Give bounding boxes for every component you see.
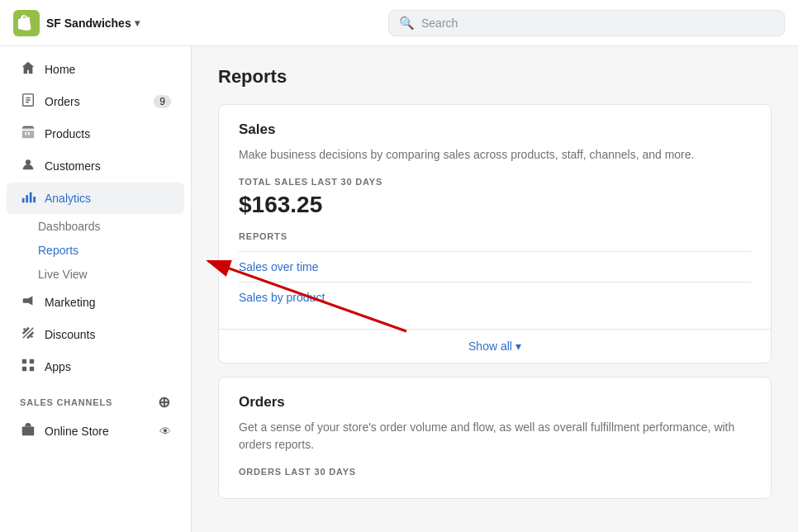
- sidebar-orders-label: Orders: [45, 95, 80, 108]
- svg-rect-8: [22, 359, 26, 363]
- sidebar-sub-reports[interactable]: Reports: [38, 239, 184, 262]
- topbar: SF Sandwiches ▾ 🔍 Search: [0, 0, 798, 46]
- products-icon: [20, 125, 36, 143]
- svg-rect-12: [22, 426, 34, 435]
- orders-card-desc: Get a sense of your store's order volume…: [239, 419, 751, 454]
- sidebar-customers-label: Customers: [45, 159, 101, 173]
- orders-card: Orders Get a sense of your store's order…: [218, 377, 772, 499]
- online-store-eye-icon[interactable]: 👁: [159, 425, 171, 437]
- sales-channels-label: SALES CHANNELS: [20, 397, 112, 407]
- svg-rect-5: [33, 197, 36, 202]
- orders-badge: 9: [154, 95, 171, 108]
- sidebar-products-label: Products: [45, 127, 90, 140]
- show-all-row: Show all ▾: [219, 329, 771, 363]
- orders-card-body: Orders Get a sense of your store's order…: [219, 378, 771, 498]
- sidebar-live-view-label: Live View: [38, 268, 88, 281]
- orders-icon: [20, 93, 36, 111]
- sidebar-online-store-label: Online Store: [45, 425, 109, 438]
- svg-point-1: [26, 159, 31, 164]
- sidebar-sub-dashboards[interactable]: Dashboards: [38, 215, 184, 238]
- marketing-icon: [20, 293, 36, 311]
- total-sales-label: TOTAL SALES LAST 30 DAYS: [239, 177, 751, 187]
- store-name-text: SF Sandwiches: [46, 17, 131, 30]
- svg-rect-3: [26, 195, 28, 202]
- total-sales-value: $163.25: [239, 192, 751, 218]
- page-title: Reports: [218, 66, 772, 88]
- sidebar-item-apps[interactable]: Apps: [7, 351, 184, 382]
- apps-icon: [20, 358, 36, 376]
- store-chevron-icon: ▾: [135, 17, 140, 29]
- store-logo[interactable]: SF Sandwiches ▾: [13, 10, 140, 36]
- sidebar-analytics-submenu: Dashboards Reports Live View: [0, 215, 191, 286]
- online-store-icon: [20, 422, 36, 440]
- show-all-chevron-icon: ▾: [515, 340, 521, 353]
- sidebar-reports-label: Reports: [38, 244, 78, 257]
- sidebar-item-discounts[interactable]: Discounts: [7, 319, 184, 350]
- sidebar: Home Orders 9 Products: [0, 46, 192, 532]
- add-sales-channel-button[interactable]: ⊕: [158, 393, 171, 411]
- sales-card: Sales Make business decisions by compari…: [218, 104, 772, 363]
- sidebar-analytics-label: Analytics: [45, 192, 91, 205]
- content-area: Reports Sales Make business decisions by…: [192, 46, 798, 532]
- main-layout: Home Orders 9 Products: [0, 46, 798, 532]
- sales-by-product-link[interactable]: Sales by product: [239, 282, 751, 312]
- sales-card-title: Sales: [239, 121, 751, 138]
- home-icon: [20, 60, 36, 78]
- svg-rect-11: [30, 367, 34, 371]
- sidebar-sub-live-view[interactable]: Live View: [38, 263, 184, 286]
- svg-rect-4: [30, 192, 32, 203]
- svg-rect-2: [22, 198, 25, 202]
- sidebar-apps-label: Apps: [45, 360, 71, 373]
- discounts-icon: [20, 325, 36, 344]
- customers-icon: [20, 157, 36, 175]
- sidebar-item-orders[interactable]: Orders 9: [7, 86, 184, 117]
- sales-channels-section: SALES CHANNELS ⊕: [7, 383, 184, 415]
- sidebar-discounts-label: Discounts: [45, 328, 95, 341]
- sidebar-item-home[interactable]: Home: [7, 54, 184, 85]
- orders-card-title: Orders: [239, 394, 751, 411]
- search-icon: 🔍: [399, 16, 415, 31]
- sidebar-item-online-store[interactable]: Online Store 👁: [7, 416, 184, 447]
- sales-card-desc: Make business decisions by comparing sal…: [239, 146, 751, 164]
- store-name[interactable]: SF Sandwiches ▾: [46, 17, 140, 30]
- sidebar-marketing-label: Marketing: [45, 296, 95, 309]
- search-bar[interactable]: 🔍 Search: [388, 10, 785, 36]
- show-all-button[interactable]: Show all ▾: [468, 340, 521, 353]
- svg-rect-10: [22, 367, 26, 371]
- search-placeholder-text: Search: [421, 17, 458, 30]
- sidebar-dashboards-label: Dashboards: [38, 220, 101, 233]
- orders-metric-label: ORDERS LAST 30 DAYS: [239, 467, 751, 477]
- shopify-logo-icon: [13, 10, 40, 36]
- analytics-icon: [20, 189, 36, 207]
- sales-card-body: Sales Make business decisions by compari…: [219, 105, 771, 329]
- show-all-label: Show all: [468, 340, 512, 353]
- sidebar-home-label: Home: [45, 63, 75, 76]
- sales-over-time-link[interactable]: Sales over time: [239, 251, 751, 282]
- sidebar-item-analytics[interactable]: Analytics: [7, 183, 184, 214]
- reports-subsection-label: REPORTS: [239, 231, 751, 241]
- svg-rect-9: [30, 359, 34, 363]
- sidebar-item-customers[interactable]: Customers: [7, 150, 184, 182]
- sidebar-item-products[interactable]: Products: [7, 118, 184, 150]
- sidebar-item-marketing[interactable]: Marketing: [7, 287, 184, 318]
